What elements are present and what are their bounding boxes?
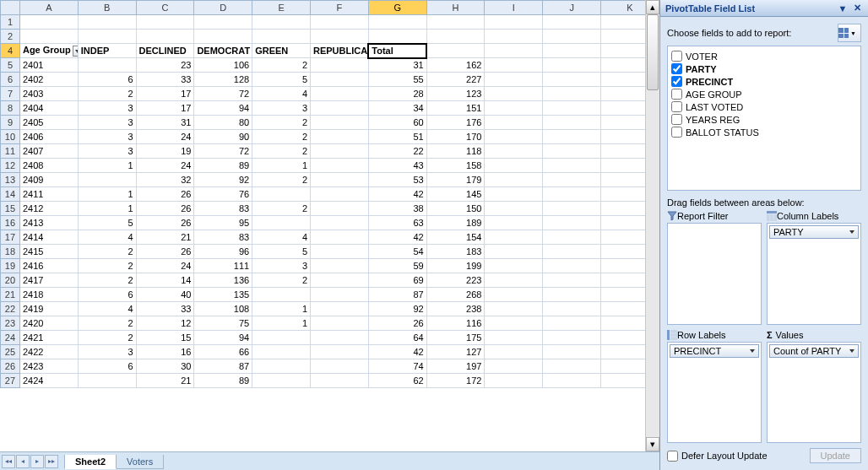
cell[interactable]: 17 xyxy=(136,101,194,116)
cell[interactable]: 4 xyxy=(252,87,311,101)
cell[interactable]: 162 xyxy=(426,58,485,73)
cell[interactable]: 2413 xyxy=(19,216,78,230)
cell[interactable] xyxy=(543,359,601,374)
cell[interactable]: 4 xyxy=(252,230,311,245)
cell[interactable] xyxy=(252,288,311,302)
cell[interactable] xyxy=(311,30,369,44)
cell[interactable] xyxy=(485,144,543,159)
cell[interactable]: 6 xyxy=(78,288,136,302)
cell[interactable]: 3 xyxy=(78,101,136,116)
cell[interactable]: 135 xyxy=(194,288,252,302)
cell[interactable] xyxy=(543,58,601,73)
cell[interactable]: 2 xyxy=(78,316,136,331)
cell[interactable]: 59 xyxy=(368,259,426,273)
cell[interactable]: 51 xyxy=(368,130,426,144)
cell[interactable]: 2 xyxy=(78,273,136,288)
cell[interactable]: 3 xyxy=(252,101,311,116)
cell[interactable]: 2 xyxy=(78,245,136,259)
cell[interactable]: 3 xyxy=(78,345,136,359)
cell[interactable] xyxy=(543,173,601,187)
cell[interactable] xyxy=(311,316,369,331)
cell[interactable] xyxy=(543,345,601,359)
cell[interactable]: 31 xyxy=(368,58,426,73)
cell[interactable]: 54 xyxy=(368,245,426,259)
cell[interactable] xyxy=(543,245,601,259)
cell[interactable]: 199 xyxy=(426,259,485,273)
values-box[interactable]: Count of PARTY xyxy=(767,342,861,444)
cell[interactable]: 28 xyxy=(368,87,426,101)
cell[interactable]: 128 xyxy=(194,73,252,87)
cell[interactable] xyxy=(543,259,601,273)
cell[interactable]: 26 xyxy=(136,245,194,259)
tab-nav-last[interactable]: ▸▸ xyxy=(45,455,58,468)
cell[interactable] xyxy=(485,116,543,130)
update-button[interactable]: Update xyxy=(810,448,861,463)
cell[interactable]: 89 xyxy=(194,159,252,173)
cell[interactable]: 23 xyxy=(136,58,194,73)
cell[interactable] xyxy=(311,159,369,173)
cell[interactable] xyxy=(311,144,369,159)
cell[interactable] xyxy=(311,230,369,245)
cell[interactable]: 154 xyxy=(426,230,485,245)
defer-update-checkbox[interactable]: Defer Layout Update xyxy=(667,451,810,462)
sheet-tab-sheet2[interactable]: Sheet2 xyxy=(64,455,117,469)
cell[interactable]: 151 xyxy=(426,101,485,116)
cell[interactable] xyxy=(543,159,601,173)
cell[interactable] xyxy=(19,30,78,44)
cell[interactable]: 66 xyxy=(194,345,252,359)
cell[interactable]: 26 xyxy=(136,187,194,202)
cell[interactable]: 5 xyxy=(252,245,311,259)
tab-nav-first[interactable]: ◂◂ xyxy=(2,455,15,468)
cell[interactable]: 96 xyxy=(194,245,252,259)
row-header-2[interactable]: 2 xyxy=(1,30,20,44)
cell[interactable]: 1 xyxy=(252,302,311,316)
cell[interactable] xyxy=(485,87,543,101)
cell[interactable]: 2411 xyxy=(19,187,78,202)
cell[interactable] xyxy=(311,273,369,288)
cell[interactable]: 21 xyxy=(136,230,194,245)
scroll-down-button[interactable]: ▾ xyxy=(646,437,659,451)
cell[interactable]: 2418 xyxy=(19,288,78,302)
cell[interactable]: 2419 xyxy=(19,302,78,316)
cell[interactable]: 33 xyxy=(136,73,194,87)
cell[interactable]: 6 xyxy=(78,73,136,87)
cell[interactable] xyxy=(78,374,136,388)
cell[interactable] xyxy=(19,15,78,30)
col-header-E[interactable]: E xyxy=(252,1,311,15)
cell[interactable]: 15 xyxy=(136,331,194,345)
row-header-24[interactable]: 24 xyxy=(1,331,20,345)
cell[interactable] xyxy=(311,101,369,116)
cell[interactable] xyxy=(485,187,543,202)
cell[interactable] xyxy=(311,245,369,259)
cell[interactable] xyxy=(485,58,543,73)
cell[interactable]: 108 xyxy=(194,302,252,316)
cell[interactable]: 22 xyxy=(368,144,426,159)
cell[interactable]: 106 xyxy=(194,58,252,73)
pivot-header-cell[interactable]: Total xyxy=(368,44,426,58)
field-list[interactable]: VOTERPARTYPRECINCTAGE GROUPLAST VOTEDYEA… xyxy=(667,46,861,191)
cell[interactable]: 172 xyxy=(426,374,485,388)
cell[interactable] xyxy=(543,331,601,345)
cell[interactable]: 32 xyxy=(136,173,194,187)
cell[interactable] xyxy=(78,173,136,187)
cell[interactable] xyxy=(485,288,543,302)
field-party[interactable]: PARTY xyxy=(670,62,859,75)
cell[interactable]: 2401 xyxy=(19,58,78,73)
cell[interactable]: 42 xyxy=(368,345,426,359)
cell[interactable]: 72 xyxy=(194,144,252,159)
field-checkbox[interactable] xyxy=(671,114,682,125)
cell[interactable] xyxy=(543,187,601,202)
cell[interactable]: 12 xyxy=(136,316,194,331)
cell[interactable]: 175 xyxy=(426,331,485,345)
cell[interactable]: 75 xyxy=(194,316,252,331)
cell[interactable]: 123 xyxy=(426,87,485,101)
cell[interactable]: 87 xyxy=(368,288,426,302)
cell[interactable]: 2405 xyxy=(19,116,78,130)
cell[interactable]: 63 xyxy=(368,216,426,230)
cell[interactable] xyxy=(485,202,543,216)
select-all-corner[interactable] xyxy=(1,1,20,15)
pivot-header-cell[interactable] xyxy=(543,44,601,58)
cell[interactable] xyxy=(485,374,543,388)
cell[interactable] xyxy=(78,58,136,73)
col-header-A[interactable]: A xyxy=(19,1,78,15)
